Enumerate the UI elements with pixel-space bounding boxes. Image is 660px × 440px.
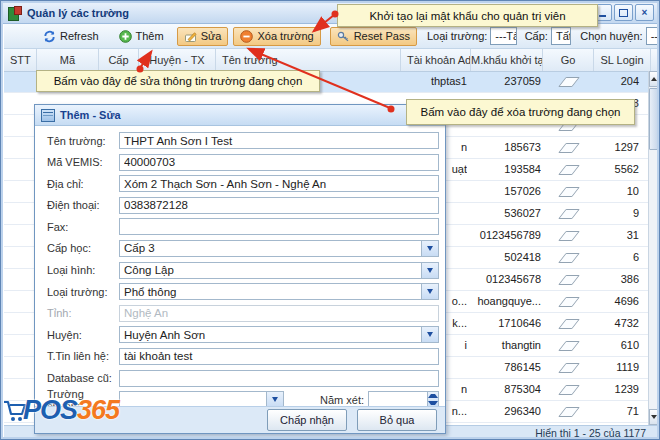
field-label-ma-vemis: Mã VEMIS: (47, 156, 119, 168)
go-icon[interactable] (558, 385, 580, 395)
col-header-sl-login[interactable]: SL Login (594, 49, 651, 71)
chevron-down-icon[interactable] (421, 327, 438, 342)
toolbar: Refresh Thêm Sửa Xóa trường Reset Pass (4, 24, 658, 49)
go-icon[interactable] (558, 143, 580, 153)
field-label-dien-thoai: Điện thoại: (47, 199, 119, 211)
callout-edit: Bấm vào đây để sửa thông tin trường đang… (36, 70, 320, 92)
col-header-go[interactable]: Go (543, 49, 594, 71)
col-header-tai-khoan[interactable]: Tài khoản Adm (401, 49, 471, 71)
ttin-lien-he-input[interactable] (119, 348, 439, 365)
field-label-ten-truong: Tên trường: (47, 135, 119, 147)
database-cu-input[interactable] (119, 370, 439, 387)
huyen-select[interactable]: Huyện Anh Sơn (119, 326, 439, 343)
chevron-down-icon[interactable] (266, 392, 283, 407)
field-label-loai-truong: Loại trường: (47, 286, 119, 298)
maximize-button[interactable] (614, 4, 633, 21)
cap-select[interactable]: Tất cả (551, 27, 571, 45)
col-header-ten-truong[interactable]: Tên trường (216, 49, 401, 71)
field-label-fax: Fax: (47, 221, 119, 233)
go-icon[interactable] (558, 407, 580, 417)
close-button[interactable]: × (635, 4, 654, 21)
key-icon (337, 30, 350, 43)
fax-input[interactable] (119, 218, 439, 235)
col-header-cap[interactable]: Cấp (99, 49, 139, 71)
record-count-text: Hiển thị 1 - 25 của 1177 (535, 427, 646, 439)
col-header-stt[interactable]: STT (4, 49, 37, 71)
go-icon[interactable] (558, 341, 580, 351)
pencil-icon (184, 30, 197, 43)
field-label-nam-xet: Năm xét: (320, 394, 368, 406)
field-label-cap-hoc: Cấp học: (47, 242, 119, 254)
go-icon[interactable] (558, 275, 580, 285)
vertical-scrollbar[interactable] (648, 71, 658, 425)
field-label-loai-hinh: Loại hình: (47, 264, 119, 276)
loai-hinh-select[interactable]: Công Lập (119, 262, 439, 279)
dia-chi-input[interactable] (119, 175, 439, 192)
app-icon (8, 6, 22, 20)
callout-reset-pass: Khởi tạo lại mật khẩu cho quản trị viên (337, 4, 598, 27)
go-icon[interactable] (558, 187, 580, 197)
remove-icon (240, 30, 253, 43)
chevron-down-icon[interactable] (421, 241, 438, 256)
field-label-tinh: Tỉnh: (47, 307, 119, 319)
them-sua-dialog: Thêm - Sửa Tên trường: Mã VEMIS: Địa chỉ… (34, 104, 446, 434)
refresh-icon (43, 30, 56, 43)
delete-button[interactable]: Xóa trường (233, 27, 320, 46)
cancel-button[interactable]: Bỏ qua (357, 409, 437, 431)
col-header-mat-khau[interactable]: M.khẩu khởi tạ (471, 49, 543, 71)
window-title: Quản lý các trường (27, 7, 129, 19)
loai-truong-select[interactable]: ---Tất cả--- (490, 27, 516, 45)
filter-label-loai-truong: Loại trường: (427, 30, 487, 42)
go-icon[interactable] (558, 231, 580, 241)
filter-label-chon-huyen: Chọn huyện: (580, 30, 642, 42)
pos365-logo: POS365 (3, 397, 119, 424)
ma-vemis-input[interactable] (119, 154, 439, 171)
filter-label-cap: Cấp: (525, 30, 548, 42)
field-label-dia-chi: Địa chỉ: (47, 178, 119, 190)
table-header: STT Mã Cấp Huyện - TX Tên trường Tài kho… (4, 49, 658, 72)
go-icon[interactable] (558, 77, 580, 87)
reset-pass-button[interactable]: Reset Pass (330, 27, 417, 46)
ten-truong-input[interactable] (119, 132, 439, 149)
spinner-arrows-icon[interactable] (427, 392, 438, 407)
callout-delete: Bấm vào đây để xóa trường đang chọn (406, 99, 635, 125)
scroll-up-button[interactable] (649, 71, 659, 87)
go-icon[interactable] (558, 363, 580, 373)
field-label-database-cu: Database cũ: (47, 372, 119, 384)
dien-thoai-input[interactable] (119, 197, 439, 214)
form-icon (41, 109, 55, 122)
add-icon (119, 30, 132, 43)
scroll-down-button[interactable] (649, 409, 659, 425)
dialog-title-bar[interactable]: Thêm - Sửa (35, 105, 445, 126)
chon-huyen-select[interactable]: --T (646, 27, 658, 45)
loai-truong-dialog-select[interactable]: Phổ thông (119, 283, 439, 300)
chevron-down-icon[interactable] (421, 263, 438, 278)
cap-hoc-select[interactable]: Cấp 3 (119, 240, 439, 257)
go-icon[interactable] (558, 297, 580, 307)
field-label-ttin-lien-he: T.Tin liên hệ: (47, 350, 119, 362)
dialog-title: Thêm - Sửa (60, 109, 121, 121)
go-icon[interactable] (558, 319, 580, 329)
add-button[interactable]: Thêm (112, 27, 171, 46)
scrollbar-thumb[interactable] (649, 88, 659, 150)
app-window: Quản lý các trường × Refresh Thêm Sửa (0, 0, 660, 440)
col-header-ma[interactable]: Mã (37, 49, 99, 71)
tinh-input (119, 305, 439, 322)
edit-button[interactable]: Sửa (177, 27, 229, 46)
go-icon[interactable] (558, 209, 580, 219)
accept-button[interactable]: Chấp nhận (267, 409, 347, 431)
go-icon[interactable] (558, 165, 580, 175)
refresh-button[interactable]: Refresh (36, 27, 106, 46)
chevron-down-icon[interactable] (421, 284, 438, 299)
field-label-huyen: Huyện: (47, 329, 119, 341)
col-header-huyen[interactable]: Huyện - TX (139, 49, 216, 71)
go-icon[interactable] (558, 253, 580, 263)
